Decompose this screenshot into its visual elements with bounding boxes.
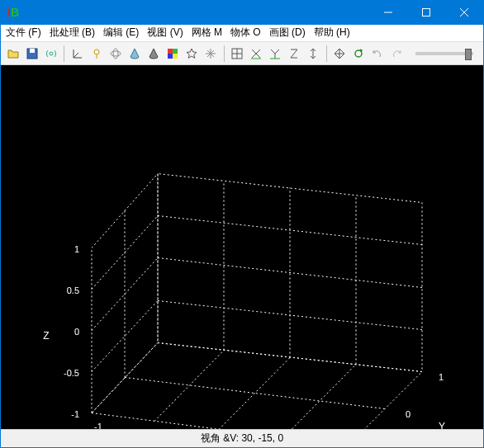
svg-text:-1: -1 — [94, 422, 102, 430]
x-axis-icon[interactable] — [247, 44, 264, 64]
open-icon[interactable] — [4, 44, 21, 64]
svg-point-9 — [113, 49, 118, 59]
svg-rect-1 — [423, 9, 430, 17]
updown-icon[interactable] — [305, 44, 322, 64]
svg-point-8 — [111, 51, 121, 56]
titlebar: IB — [1, 1, 483, 25]
svg-point-6 — [50, 52, 53, 55]
svg-line-16 — [154, 351, 224, 422]
minimize-button[interactable] — [369, 1, 407, 25]
menu-plot[interactable]: 画图 (D) — [269, 26, 306, 40]
menu-edit[interactable]: 编辑 (E) — [103, 26, 139, 40]
redo-icon[interactable] — [388, 44, 406, 64]
star-icon[interactable] — [183, 44, 200, 64]
palette-icon[interactable] — [164, 44, 181, 64]
toolbar — [1, 42, 483, 65]
close-button[interactable] — [445, 1, 483, 25]
svg-point-7 — [94, 50, 99, 54]
grid-icon[interactable] — [228, 44, 245, 64]
separator — [326, 45, 327, 62]
axes-icon[interactable] — [69, 44, 86, 64]
antenna-icon[interactable] — [42, 44, 59, 64]
svg-text:1: 1 — [74, 244, 79, 254]
cone-icon[interactable] — [126, 44, 143, 64]
svg-text:-0.5: -0.5 — [64, 368, 79, 378]
svg-text:-1: -1 — [71, 409, 79, 419]
svg-text:0: 0 — [406, 409, 410, 419]
svg-text:1: 1 — [439, 372, 444, 382]
menu-object[interactable]: 物体 O — [230, 26, 261, 40]
svg-line-18 — [283, 365, 356, 430]
light-icon[interactable] — [88, 44, 105, 64]
app-window: IB 文件 (F) 批处理 (B) 编辑 (E) 视图 (V) 网格 M 物体 … — [0, 0, 484, 448]
z-axis-label: Z — [43, 330, 49, 342]
svg-rect-10 — [168, 49, 173, 54]
svg-rect-11 — [173, 49, 178, 54]
y-axis-label: Y — [439, 421, 445, 430]
svg-rect-5 — [30, 49, 35, 53]
undo-icon[interactable] — [369, 44, 387, 64]
svg-marker-15 — [92, 343, 422, 430]
rotate-icon[interactable] — [350, 44, 368, 64]
plot-viewport[interactable]: -1 -0.5 0 0.5 1 Z -1 -0.5 0 0.5 1 X -1 0… — [1, 65, 483, 429]
svg-rect-13 — [173, 54, 178, 59]
save-icon[interactable] — [23, 44, 40, 64]
z-axis-icon[interactable] — [286, 44, 303, 64]
menu-mesh[interactable]: 网格 M — [192, 26, 222, 40]
svg-line-17 — [219, 358, 290, 430]
menubar: 文件 (F) 批处理 (B) 编辑 (E) 视图 (V) 网格 M 物体 O 画… — [1, 25, 483, 43]
y-axis-icon[interactable] — [267, 44, 284, 64]
svg-rect-12 — [168, 54, 173, 59]
menu-view[interactable]: 视图 (V) — [147, 26, 183, 40]
move-icon[interactable] — [331, 44, 349, 64]
solid-cone-icon[interactable] — [145, 44, 162, 64]
statusbar: 视角 &V: 30, -15, 0 — [1, 429, 483, 447]
maximize-button[interactable] — [407, 1, 445, 25]
separator — [64, 45, 64, 62]
wireframe-icon[interactable] — [107, 44, 124, 64]
axes-3d: -1 -0.5 0 0.5 1 Z -1 -0.5 0 0.5 1 X -1 0… — [1, 65, 483, 429]
status-text: 视角 &V: 30, -15, 0 — [201, 431, 283, 446]
menu-help[interactable]: 帮助 (H) — [314, 26, 350, 40]
svg-text:0: 0 — [74, 327, 79, 337]
app-logo: IB — [7, 6, 19, 19]
sparkle-icon[interactable] — [202, 44, 219, 64]
menu-file[interactable]: 文件 (F) — [6, 26, 41, 40]
zoom-slider[interactable] — [415, 52, 473, 55]
menu-batch[interactable]: 批处理 (B) — [50, 26, 95, 40]
svg-text:0.5: 0.5 — [67, 285, 79, 295]
separator — [224, 45, 225, 62]
